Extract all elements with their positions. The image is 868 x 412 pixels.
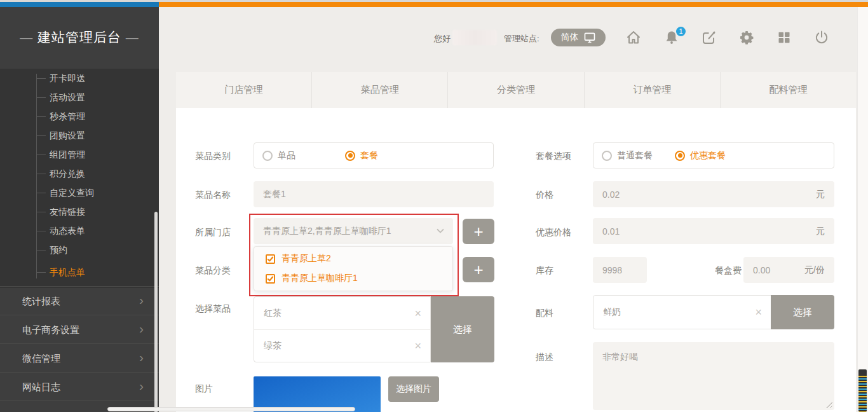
add-category-button[interactable]: + xyxy=(463,257,494,282)
radio-combo-label: 套餐 xyxy=(360,150,378,161)
tab-ingredient-management[interactable]: 配料管理 xyxy=(720,72,856,108)
vertical-scrollbar-track[interactable] xyxy=(857,7,868,412)
price-input[interactable]: 0.02 元 xyxy=(593,181,834,207)
sidebar-item-dynamic-form[interactable]: 动态表单 xyxy=(50,226,85,236)
ingredient-label: 配料 xyxy=(536,308,553,319)
home-button[interactable] xyxy=(626,30,641,45)
logout-button[interactable] xyxy=(814,30,829,45)
discount-price-input[interactable]: 0.01 元 xyxy=(593,218,834,244)
store-label: 所属门店 xyxy=(195,227,231,238)
store-select-value: 青青原上草2,青青原上草咖啡厅1 xyxy=(263,226,391,237)
image-label: 图片 xyxy=(195,383,213,395)
app-title: — 建站管理后台 — xyxy=(0,29,159,46)
store-option-label: 青青原上草2 xyxy=(281,253,331,264)
vertical-scrollbar-thumb[interactable] xyxy=(858,369,867,412)
settings-button[interactable] xyxy=(739,30,754,45)
price-unit: 元 xyxy=(816,189,825,200)
description-textarea[interactable]: 非常好喝 xyxy=(593,342,834,410)
sidebar-scrollbar[interactable] xyxy=(154,212,158,412)
checkbox-checked-icon[interactable] xyxy=(266,274,275,284)
sidebar-item-points[interactable]: 积分兑换 xyxy=(50,168,85,179)
dish-row-green-tea: 绿茶 × xyxy=(254,329,430,362)
remove-dish-icon[interactable]: × xyxy=(414,340,421,352)
sidebar-item-mobile-order[interactable]: 手机点单 xyxy=(50,267,85,277)
radio-discount-combo[interactable] xyxy=(675,151,685,161)
dish-type-radio-group: 单品 套餐 xyxy=(254,142,494,168)
app-title-text: 建站管理后台 xyxy=(37,30,121,45)
dish-name-label: 菜品名称 xyxy=(195,189,231,201)
remove-ingredient-icon[interactable]: × xyxy=(755,306,762,318)
box-fee-label: 餐盒费 xyxy=(715,265,742,277)
sidebar-item-seckill[interactable]: 秒杀管理 xyxy=(50,111,85,121)
sidebar-section-statistics[interactable]: 统计报表 › xyxy=(0,286,159,315)
sidebar-submenu: 开卡即送 活动设置 秒杀管理 团购设置 组团管理 积分兑换 自定义查询 友情链接… xyxy=(0,69,159,288)
store-option-1[interactable]: 青青原上草2 xyxy=(266,253,331,264)
store-option-2[interactable]: 青青原上草咖啡厅1 xyxy=(266,273,358,284)
sidebar-item-card-gift[interactable]: 开卡即送 xyxy=(50,73,85,83)
language-label: 简体 xyxy=(561,32,579,43)
checkbox-checked-icon[interactable] xyxy=(266,254,275,264)
section-label: 统计报表 xyxy=(22,296,60,308)
topbar-orange-accent xyxy=(159,2,868,7)
horizontal-scrollbar-thumb[interactable] xyxy=(107,407,355,411)
tab-order-management[interactable]: 订单管理 xyxy=(584,72,720,108)
sidebar-item-reservation[interactable]: 预约 xyxy=(50,245,67,255)
tab-category-management[interactable]: 分类管理 xyxy=(447,72,583,108)
ingredient-input[interactable]: 鲜奶 × xyxy=(593,295,771,329)
tab-dish-management[interactable]: 菜品管理 xyxy=(311,72,447,108)
tab-store-management[interactable]: 门店管理 xyxy=(176,72,311,108)
dish-row-black-tea: 红茶 × xyxy=(254,297,430,329)
store-dropdown-panel: 青青原上草2 青青原上草咖啡厅1 xyxy=(254,246,453,291)
select-ingredient-button[interactable]: 选择 xyxy=(771,295,834,329)
select-image-button[interactable]: 选择图片 xyxy=(388,376,439,402)
sidebar-section-wechat[interactable]: 微信管理 › xyxy=(0,343,159,372)
radio-single-dish[interactable] xyxy=(262,151,273,161)
price-value: 0.02 xyxy=(602,189,620,200)
sidebar-section-sitelog[interactable]: 网站日志 › xyxy=(0,372,159,401)
monitor-icon xyxy=(583,31,596,44)
compose-button[interactable] xyxy=(702,30,717,45)
radio-normal-combo[interactable] xyxy=(602,151,612,161)
dish-name: 红茶 xyxy=(264,308,281,319)
stock-input[interactable]: 9998 xyxy=(593,257,647,283)
selected-dishes-list: 红茶 × 绿茶 × xyxy=(254,296,431,362)
price-label: 价格 xyxy=(536,189,553,201)
grid-icon xyxy=(776,30,792,45)
box-fee-value: 0.00 xyxy=(753,265,770,275)
sidebar-section-ecommerce[interactable]: 电子商务设置 › xyxy=(0,315,159,343)
select-dishes-button[interactable]: 选择 xyxy=(431,296,494,362)
sidebar: — 建站管理后台 — 开卡即送 活动设置 秒杀管理 团购设置 组团管理 积分兑换… xyxy=(0,2,159,412)
gear-icon xyxy=(739,30,754,45)
store-select[interactable]: 青青原上草2,青青原上草咖啡厅1 xyxy=(254,218,453,244)
select-dishes-label: 选择菜品 xyxy=(195,303,231,315)
remove-dish-icon[interactable]: × xyxy=(414,308,421,319)
sidebar-item-groupbuy[interactable]: 团购设置 xyxy=(50,130,85,141)
store-option-label: 青青原上草咖啡厅1 xyxy=(281,273,358,284)
sidebar-item-group-manage[interactable]: 组团管理 xyxy=(50,149,85,160)
topbar-blue-accent xyxy=(0,2,159,7)
description-value: 非常好喝 xyxy=(602,352,638,362)
section-label: 电子商务设置 xyxy=(22,324,79,336)
radio-combo[interactable] xyxy=(345,151,355,161)
stock-label: 库存 xyxy=(536,265,553,277)
apps-button[interactable] xyxy=(776,30,792,45)
sidebar-item-activity[interactable]: 活动设置 xyxy=(50,92,85,102)
box-fee-input[interactable]: 0.00 元/份 xyxy=(743,257,834,283)
section-label: 网站日志 xyxy=(22,381,60,394)
edit-icon xyxy=(702,30,717,45)
chevron-right-icon: › xyxy=(139,292,144,308)
ingredient-value: 鲜奶 xyxy=(603,306,621,318)
title-dash-left: — xyxy=(20,31,33,45)
tree-line xyxy=(36,74,37,278)
sidebar-item-custom-query[interactable]: 自定义查询 xyxy=(50,188,94,198)
sidebar-item-links[interactable]: 友情链接 xyxy=(50,207,85,217)
language-pill-button[interactable]: 简体 xyxy=(551,29,606,46)
manage-site-label: 管理站点: xyxy=(504,33,539,45)
combo-type-label: 套餐选项 xyxy=(536,151,571,162)
radio-single-dish-label: 单品 xyxy=(278,150,295,161)
dish-name-input[interactable]: 套餐1 xyxy=(254,181,494,207)
radio-discount-combo-label: 优惠套餐 xyxy=(690,150,726,161)
add-store-button[interactable]: + xyxy=(463,219,494,244)
discount-price-label: 优惠价格 xyxy=(536,227,571,238)
chevron-right-icon: › xyxy=(139,321,144,336)
